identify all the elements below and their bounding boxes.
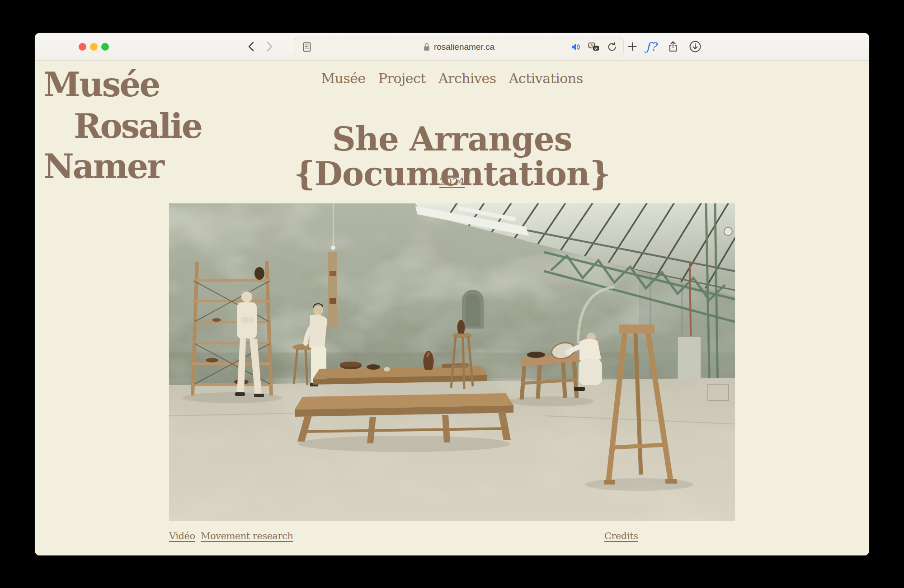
audio-playing-icon[interactable] <box>571 42 581 52</box>
chevron-right-icon <box>266 41 273 52</box>
zoom-window-button[interactable] <box>101 43 109 51</box>
reload-icon[interactable] <box>607 42 617 52</box>
nav-item-project[interactable]: Project <box>378 71 426 86</box>
lock-icon <box>423 42 430 52</box>
browser-toolbar: rosalienamer.ca A <box>35 33 869 61</box>
url-text: rosalienamer.ca <box>434 42 494 52</box>
nav-item-activations[interactable]: Activations <box>509 71 583 86</box>
video-link[interactable]: Vidéo <box>169 531 195 541</box>
translate-icon[interactable]: A <box>588 42 600 52</box>
share-icon <box>668 41 678 52</box>
download-icon <box>689 40 702 53</box>
close-window-button[interactable] <box>79 43 86 51</box>
nav-item-archives[interactable]: Archives <box>438 71 496 86</box>
title-line-1: She Arranges <box>332 120 572 158</box>
back-button[interactable] <box>244 39 258 54</box>
extension-button[interactable]: ƒ? <box>646 39 657 54</box>
minimize-window-button[interactable] <box>90 43 98 51</box>
hero-photo[interactable] <box>169 203 735 521</box>
share-button[interactable] <box>668 39 678 54</box>
plus-icon <box>627 41 638 52</box>
credits-link[interactable]: Credits <box>604 531 638 541</box>
browser-window: rosalienamer.ca A <box>35 33 869 555</box>
svg-text:A: A <box>590 43 593 48</box>
movement-research-link[interactable]: Movement research <box>201 531 293 541</box>
year-link[interactable]: 2024 <box>439 176 465 188</box>
forward-button[interactable] <box>263 39 277 54</box>
warehouse-scene-illustration <box>169 203 735 521</box>
main-navigation: Musée Project Archives Activations <box>35 71 869 86</box>
downloads-button[interactable] <box>689 39 702 54</box>
extension-glyph: ƒ? <box>646 40 657 53</box>
chevron-left-icon <box>247 41 254 52</box>
nav-item-musee[interactable]: Musée <box>321 71 365 86</box>
address-bar[interactable]: rosalienamer.ca A <box>294 37 624 57</box>
webpage: Musée Rosalie Namer Musée Project Archiv… <box>35 61 869 555</box>
sub-links-row: Vidéo Movement research Credits <box>169 531 735 544</box>
new-tab-button[interactable] <box>627 39 638 54</box>
